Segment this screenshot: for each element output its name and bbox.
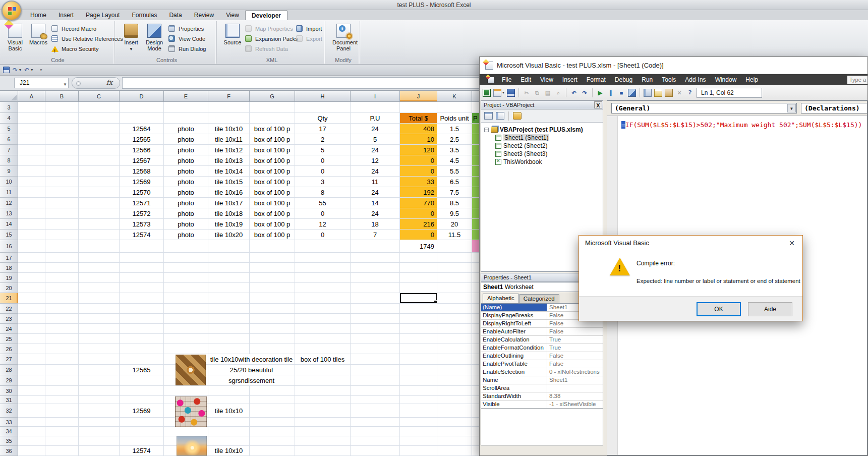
row-header-7[interactable]: 7 xyxy=(0,145,18,155)
help-search-box[interactable]: Type a q xyxy=(847,76,867,84)
cell-A11[interactable] xyxy=(18,187,45,198)
cell-J30[interactable] xyxy=(400,386,437,396)
row-header-27[interactable]: 27 xyxy=(0,354,18,365)
cell-I30[interactable] xyxy=(351,386,400,396)
object-combo[interactable]: (General) ▼ xyxy=(611,103,797,113)
cell-E12[interactable]: photo xyxy=(164,198,208,208)
cell-A10[interactable] xyxy=(18,177,45,187)
cell-J11[interactable]: 192 xyxy=(400,187,437,198)
macros-button[interactable]: Macros xyxy=(27,23,49,56)
cell-D12[interactable]: 12571 xyxy=(120,198,164,208)
row-header-24[interactable]: 24 xyxy=(0,324,18,334)
cell-G9[interactable]: box of 100 p xyxy=(250,166,295,177)
cell-F18[interactable] xyxy=(208,263,250,273)
map-properties-button[interactable]: Map Properties xyxy=(245,24,293,33)
cell-J35[interactable] xyxy=(400,436,437,446)
redo-icon[interactable]: ↷ xyxy=(13,67,18,74)
cell-H6[interactable]: 2 xyxy=(295,134,351,145)
cell-B28[interactable] xyxy=(45,365,79,375)
cell-D23[interactable] xyxy=(120,314,164,324)
cell-K29[interactable] xyxy=(437,375,472,386)
row-header-25[interactable]: 25 xyxy=(0,334,18,344)
cell-D19[interactable] xyxy=(120,273,164,283)
run-dialog-button[interactable]: Run Dialog xyxy=(168,44,206,53)
cell-K13[interactable]: 9.5 xyxy=(437,208,472,219)
cell-J23[interactable] xyxy=(400,314,437,324)
cell-H27[interactable]: box of 100 tiles xyxy=(295,354,351,365)
cell-I33[interactable] xyxy=(351,418,400,427)
cell-D18[interactable] xyxy=(120,263,164,273)
cell-C36[interactable] xyxy=(79,446,120,456)
tree-view-object-icon[interactable] xyxy=(496,112,504,120)
cell-K7[interactable]: 3.5 xyxy=(437,145,472,155)
row-header-9[interactable]: 9 xyxy=(0,166,18,177)
vba-menu-insert[interactable]: Insert xyxy=(558,74,582,85)
cell-C5[interactable] xyxy=(79,124,120,134)
cell-D34[interactable] xyxy=(120,427,164,436)
cell-E24[interactable] xyxy=(164,324,208,334)
view-dropdown-arrow[interactable]: ▾ xyxy=(502,90,504,95)
source-button[interactable]: Source xyxy=(221,23,244,56)
row-header-31[interactable]: 31 xyxy=(0,396,18,404)
cell-I5[interactable]: 24 xyxy=(351,124,400,134)
vba-menu-view[interactable]: View xyxy=(536,74,558,85)
cell-K5[interactable]: 1.5 xyxy=(437,124,472,134)
cell-E10[interactable]: photo xyxy=(164,177,208,187)
cell-A22[interactable] xyxy=(18,304,45,314)
cell-J29[interactable] xyxy=(400,375,437,386)
cell-H10[interactable]: 3 xyxy=(295,177,351,187)
cell-D29[interactable] xyxy=(120,375,164,386)
property-row-enableautofilter[interactable]: EnableAutoFilterFalse xyxy=(481,328,603,336)
vba-menu-tools[interactable]: Tools xyxy=(657,74,680,85)
undo-dropdown-arrow[interactable]: ▾ xyxy=(31,68,33,72)
cell-I16[interactable] xyxy=(351,240,400,253)
cell-B15[interactable] xyxy=(45,230,79,240)
cell-B18[interactable] xyxy=(45,263,79,273)
cell-F13[interactable]: tile 10x18 xyxy=(208,208,250,219)
cell-G15[interactable]: box of 100 p xyxy=(250,230,295,240)
project-explorer-icon[interactable] xyxy=(644,89,652,97)
cell-E23[interactable] xyxy=(164,314,208,324)
cell-C22[interactable] xyxy=(79,304,120,314)
column-header-F[interactable]: F xyxy=(208,91,250,102)
cell-I7[interactable]: 24 xyxy=(351,145,400,155)
cell-I10[interactable]: 11 xyxy=(351,177,400,187)
record-macro-button[interactable]: Record Macro xyxy=(51,24,96,33)
cell-G26[interactable] xyxy=(250,344,295,354)
cell-B5[interactable] xyxy=(45,124,79,134)
property-value[interactable]: False xyxy=(547,352,603,360)
cell-F33[interactable] xyxy=(208,418,250,427)
cell-C10[interactable] xyxy=(79,177,120,187)
cell-B26[interactable] xyxy=(45,344,79,354)
cell-F27[interactable]: tile 10x10with decoration tile xyxy=(208,354,295,365)
cell-A36[interactable] xyxy=(18,446,45,456)
cell-A34[interactable] xyxy=(18,427,45,436)
cell-E6[interactable]: photo xyxy=(164,134,208,145)
cell-C23[interactable] xyxy=(79,314,120,324)
cell-C28[interactable] xyxy=(79,365,120,375)
cell-F19[interactable] xyxy=(208,273,250,283)
row-header-34[interactable]: 34 xyxy=(0,427,18,436)
cell-H29[interactable] xyxy=(295,375,351,386)
cell-C3[interactable] xyxy=(79,102,120,113)
cell-A30[interactable] xyxy=(18,386,45,396)
cell-E19[interactable] xyxy=(164,273,208,283)
cell-C6[interactable] xyxy=(79,134,120,145)
cell-D20[interactable] xyxy=(120,283,164,293)
cell-J8[interactable]: 0 xyxy=(400,155,437,166)
cell-A5[interactable] xyxy=(18,124,45,134)
cell-E17[interactable] xyxy=(164,253,208,263)
row-header-6[interactable]: 6 xyxy=(0,134,18,145)
cell-A20[interactable] xyxy=(18,283,45,293)
cell-K8[interactable]: 4.5 xyxy=(437,155,472,166)
cell-D26[interactable] xyxy=(120,344,164,354)
cell-C13[interactable] xyxy=(79,208,120,219)
cell-G34[interactable] xyxy=(250,427,295,436)
column-header-A[interactable]: A xyxy=(18,91,45,102)
cell-D35[interactable] xyxy=(120,436,164,446)
cell-F31[interactable] xyxy=(208,396,250,404)
cell-F23[interactable] xyxy=(208,314,250,324)
cell-J21[interactable] xyxy=(400,293,437,304)
copy-icon[interactable]: ⧉ xyxy=(533,89,541,97)
select-all-corner[interactable] xyxy=(0,91,18,102)
